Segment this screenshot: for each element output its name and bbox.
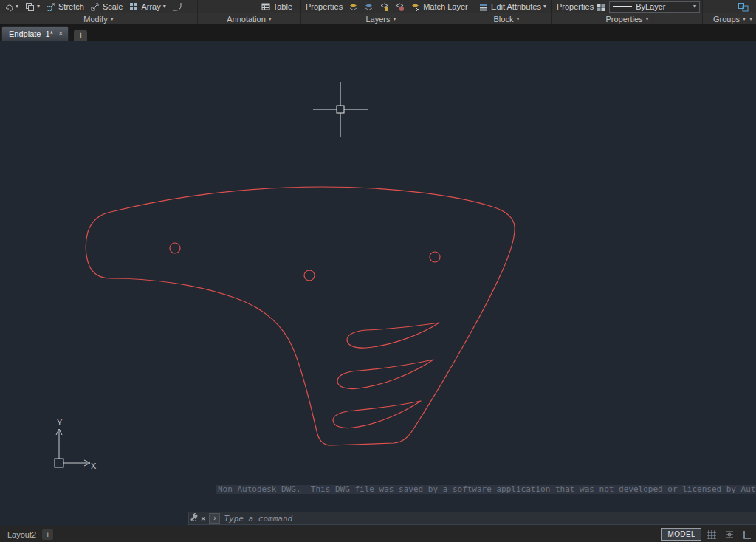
stretch-icon [46,1,56,12]
chevron-down-icon: ▾ [394,16,396,22]
customize-wrench-icon[interactable] [189,512,199,522]
chevron-down-icon: ▾ [111,16,114,22]
file-tab-label: Endplate_1* [9,30,53,38]
properties-label: Properties [557,2,594,11]
panel-label-text: Modify [83,15,107,24]
modify-tool-button-2[interactable]: ▾ [22,1,42,13]
status-bar: Layout2 + MODEL [0,526,756,542]
ribbon-panel-layers: Properties Match Layer [301,0,461,24]
chevron-down-icon: ▾ [516,16,519,22]
crosshair-cursor [313,82,368,137]
layer-tool-button-2[interactable] [362,1,376,13]
panel-label-text: Properties [605,15,642,24]
drawing-canvas[interactable]: Y X Non Autodesk DWG. This DWG file was … [0,41,756,526]
layout2-tab[interactable]: Layout2 [0,530,42,539]
close-tab-icon[interactable]: × [58,30,63,38]
edit-attributes-button[interactable]: Edit Attributes ▾ [476,1,549,13]
scale-label: Scale [103,2,123,11]
close-icon[interactable]: × [201,515,205,523]
ucs-origin-box [55,459,63,467]
ribbon-panel-annotation: Table Annotation ▾ [198,0,301,24]
table-button[interactable]: Table [258,1,295,13]
drawing-svg: Y X [0,41,756,526]
plus-icon: + [45,530,49,539]
model-space-button[interactable]: MODEL [662,528,701,541]
layer-isolate-icon [379,2,389,12]
hole-circle-left [170,243,180,253]
hole-circle-middle [304,270,315,281]
status-bar-right: MODEL [662,528,756,541]
array-icon [128,1,139,12]
ribbon-panel-groups: Groups ▾ ▾ [703,0,756,24]
fillet-icon [172,1,182,12]
ucs-y-label: Y [57,418,63,427]
grid-display-button[interactable] [704,529,719,541]
stretch-label: Stretch [58,2,84,11]
chevron-down-icon: ▾ [743,16,746,22]
chevron-down-icon: ▾ [269,16,272,22]
scale-icon [90,1,100,12]
layer-off-icon [395,2,405,12]
snap-mode-button[interactable] [722,529,737,541]
table-label: Table [273,2,292,11]
layer-lock-icon [364,2,374,12]
group-icon [738,2,749,12]
hole-circle-right [430,252,440,262]
chevron-down-icon: ▾ [163,4,166,10]
command-bar[interactable]: × › Type a command [188,512,756,525]
panel-label-layers[interactable]: Layers ▾ [301,13,461,24]
recent-commands-icon[interactable]: › [209,513,220,524]
ribbon: ▾ ▾ Stretch Scale Array ▾ [0,0,756,24]
panel-label-text: Block [494,15,514,24]
ortho-icon [742,529,752,540]
panel-label-modify[interactable]: Modify ▾ [0,13,197,24]
panel-label-annotation[interactable]: Annotation ▾ [198,13,300,24]
ribbon-panel-modify: ▾ ▾ Stretch Scale Array ▾ [0,0,198,24]
ribbon-collapse-icon[interactable]: ▾ [749,16,752,22]
match-layer-icon [410,2,421,12]
group-button[interactable] [735,1,752,13]
modify-tool-button-1[interactable]: ▾ [2,1,21,13]
slot-top [347,323,439,348]
edit-attributes-label: Edit Attributes [491,2,541,11]
slot-middle [337,360,433,389]
properties-grid-icon [596,2,605,12]
command-input[interactable]: Type a command [224,514,292,524]
panel-label-properties[interactable]: Properties ▾ [552,13,702,24]
array-label: Array [141,2,160,11]
slot-bottom [333,401,421,428]
panel-label-text: Annotation [227,15,266,24]
layer-properties-label: Properties [306,2,343,11]
file-tab-bar: Endplate_1* × + [0,24,756,41]
endplate-drawing [86,187,515,445]
bylayer-dropdown[interactable]: ByLayer ▾ [609,1,700,13]
ribbon-panel-properties: Properties ByLayer ▾ Properties ▾ [552,0,703,24]
new-tab-button[interactable]: + [74,30,87,41]
properties-button[interactable]: Properties [554,1,608,13]
ribbon-panel-block: Edit Attributes ▾ Block ▾ [461,0,552,24]
layer-tool-button-1[interactable] [346,1,360,13]
new-layout-button[interactable]: + [42,529,53,540]
scale-button[interactable]: Scale [88,1,126,13]
layer-tool-button-3[interactable] [377,1,391,13]
ucs-x-label: X [91,462,97,470]
linetype-sample [613,6,632,7]
stretch-button[interactable]: Stretch [44,1,86,13]
chevron-down-icon: ▾ [693,4,696,10]
bylayer-value: ByLayer [636,2,665,11]
layer-freeze-icon [348,2,358,12]
layer-properties-button[interactable]: Properties [303,1,345,13]
ucs-icon: Y X [55,418,97,470]
panel-label-text: Layers [365,15,390,24]
endplate-outline [86,187,515,445]
fillet-button[interactable] [170,1,185,13]
autocad-window: ▾ ▾ Stretch Scale Array ▾ [0,0,756,542]
panel-label-groups[interactable]: Groups ▾ ▾ [703,13,756,24]
panel-label-block[interactable]: Block ▾ [461,13,551,24]
file-tab-endplate[interactable]: Endplate_1* × [1,26,69,41]
panel-label-text: Groups [713,15,740,24]
chevron-down-icon: ▾ [16,4,18,10]
layer-tool-button-4[interactable] [393,1,407,13]
ortho-mode-button[interactable] [740,529,755,541]
array-button[interactable]: Array ▾ [126,1,168,13]
